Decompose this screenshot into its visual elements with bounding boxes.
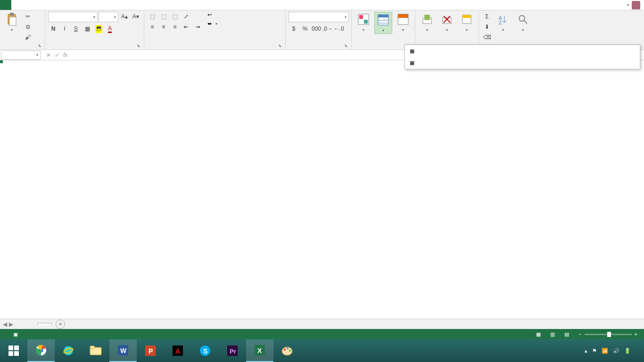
taskbar-acrobat[interactable]: A xyxy=(164,339,191,362)
align-left-button[interactable]: ≡ xyxy=(147,22,157,32)
grow-font-button[interactable]: A▴ xyxy=(119,12,130,21)
align-right-button[interactable]: ≡ xyxy=(170,22,180,32)
avatar xyxy=(632,1,640,9)
view-pagebreak-button[interactable]: ▤ xyxy=(564,331,569,337)
svg-point-48 xyxy=(289,350,291,352)
svg-rect-24 xyxy=(14,346,19,350)
format-painter-button[interactable]: 🖌 xyxy=(23,33,33,42)
align-top-button[interactable]: ⬚ xyxy=(147,12,157,21)
font-name-select[interactable]: ▾ xyxy=(48,12,98,22)
fx-button[interactable]: fx xyxy=(63,52,67,58)
fill-color-button[interactable]: ⬒ xyxy=(93,24,104,33)
tray-flag-icon[interactable]: ⚑ xyxy=(592,348,597,354)
taskbar-chrome[interactable] xyxy=(27,339,55,362)
decrease-decimal-button[interactable]: ←.0 xyxy=(334,24,344,33)
cell-styles-button[interactable]: ▾ xyxy=(394,12,412,33)
taskbar-powerpoint[interactable]: P xyxy=(137,339,164,362)
percent-button[interactable]: % xyxy=(300,24,310,33)
pivot-icon: ▦ xyxy=(410,60,414,66)
taskbar-excel[interactable]: X xyxy=(246,339,273,362)
accept-formula-button[interactable]: ✓ xyxy=(55,52,59,58)
tray-battery-icon[interactable]: 🔋 xyxy=(624,348,631,354)
border-button[interactable]: ▦ xyxy=(82,24,92,33)
name-box[interactable]: ▾ xyxy=(1,50,41,60)
taskbar-paint[interactable] xyxy=(273,339,301,362)
find-select-button[interactable]: ▾ xyxy=(514,12,532,33)
taskbar-premiere[interactable]: Pr xyxy=(219,339,246,362)
sort-filter-button[interactable]: AZ▾ xyxy=(494,12,512,33)
dialog-launcher[interactable]: ⬊ xyxy=(344,43,348,48)
delete-cells-button[interactable]: ▾ xyxy=(438,12,456,33)
align-bottom-button[interactable]: ⬚ xyxy=(170,12,180,21)
add-sheet-button[interactable]: + xyxy=(56,320,65,329)
sheet-tab-bar: ◀ ▶ + xyxy=(0,319,644,329)
spreadsheet-grid[interactable] xyxy=(0,60,644,319)
windows-taskbar: W P A S Pr X ▴ ⚑ 📶 🔊 🔋 xyxy=(0,339,644,362)
sheet-nav-prev[interactable]: ◀ xyxy=(3,321,7,328)
svg-text:P: P xyxy=(149,347,153,355)
sort-icon: AZ xyxy=(496,13,510,26)
zoom-slider[interactable]: −+ xyxy=(578,331,640,337)
sheet-tab[interactable] xyxy=(38,323,52,325)
italic-button[interactable]: I xyxy=(59,24,70,33)
bold-button[interactable]: N xyxy=(48,24,58,33)
tray-network-icon[interactable]: 📶 xyxy=(602,348,608,354)
dialog-launcher[interactable]: ⬊ xyxy=(37,43,42,48)
table-icon: ▦ xyxy=(410,48,414,54)
conditional-formatting-button[interactable]: ▾ xyxy=(355,12,372,33)
clear-button[interactable]: ⌫ xyxy=(482,33,492,42)
insert-cells-button[interactable]: ▾ xyxy=(418,12,436,33)
indent-increase-button[interactable]: ⇥ xyxy=(192,22,203,32)
svg-text:A: A xyxy=(175,347,180,355)
svg-text:Z: Z xyxy=(499,20,502,25)
autosum-button[interactable]: Σ xyxy=(482,12,492,21)
taskbar-skype[interactable]: S xyxy=(191,339,219,362)
new-table-style-button[interactable]: ▦ xyxy=(405,45,640,57)
shrink-font-button[interactable]: A▾ xyxy=(131,12,141,21)
font-size-select[interactable]: ▾ xyxy=(99,12,118,22)
taskbar-word[interactable]: W xyxy=(109,339,137,362)
system-tray[interactable]: ▴ ⚑ 📶 🔊 🔋 xyxy=(585,348,644,354)
svg-rect-26 xyxy=(14,351,19,356)
dialog-launcher[interactable]: ⬊ xyxy=(278,43,282,48)
align-middle-button[interactable]: ⬚ xyxy=(158,12,169,21)
merge-center-button[interactable]: ⬌▾ xyxy=(207,21,217,27)
clipboard-icon xyxy=(5,13,18,26)
comma-button[interactable]: 000 xyxy=(311,24,322,33)
dialog-launcher[interactable]: ⬊ xyxy=(136,43,141,48)
svg-text:Pr: Pr xyxy=(230,348,236,355)
taskbar-ie[interactable] xyxy=(55,339,82,362)
indent-decrease-button[interactable]: ⇤ xyxy=(181,22,191,32)
insert-icon xyxy=(421,13,434,26)
format-as-table-button[interactable]: ▾ xyxy=(374,12,392,34)
align-center-button[interactable]: ≡ xyxy=(158,22,169,32)
start-button[interactable] xyxy=(0,339,27,362)
cancel-formula-button[interactable]: ✕ xyxy=(46,52,51,58)
paste-button[interactable]: ▾ xyxy=(3,12,21,33)
format-cells-button[interactable]: ▾ xyxy=(458,12,476,33)
underline-button[interactable]: S xyxy=(71,24,81,33)
svg-text:W: W xyxy=(120,347,127,354)
new-pivot-table-style-button[interactable]: ▦ xyxy=(405,57,640,69)
user-account[interactable]: ▾ xyxy=(624,0,644,10)
tray-volume-icon[interactable]: 🔊 xyxy=(613,348,619,354)
number-format-select[interactable]: ▾ xyxy=(289,12,349,22)
cut-button[interactable]: ✂ xyxy=(23,12,33,21)
copy-button[interactable]: ⧉ xyxy=(23,22,33,32)
svg-rect-13 xyxy=(425,15,429,20)
increase-decimal-button[interactable]: .0→ xyxy=(322,24,333,33)
orientation-button[interactable]: ⤢ xyxy=(181,12,191,21)
font-color-button[interactable]: A xyxy=(105,24,115,33)
tab-file[interactable] xyxy=(0,0,11,10)
sheet-nav-next[interactable]: ▶ xyxy=(9,321,13,328)
macro-record-icon[interactable]: ▣ xyxy=(13,331,18,337)
currency-button[interactable]: $ xyxy=(289,24,299,33)
taskbar-explorer[interactable] xyxy=(82,339,109,362)
view-normal-button[interactable]: ▦ xyxy=(536,331,541,337)
svg-point-21 xyxy=(519,16,525,21)
view-layout-button[interactable]: ▥ xyxy=(550,331,555,337)
svg-point-47 xyxy=(287,347,289,349)
tray-up-icon[interactable]: ▴ xyxy=(585,348,587,354)
wrap-text-button[interactable]: ↩ xyxy=(207,12,217,18)
fill-button[interactable]: ⬇ xyxy=(482,22,492,32)
